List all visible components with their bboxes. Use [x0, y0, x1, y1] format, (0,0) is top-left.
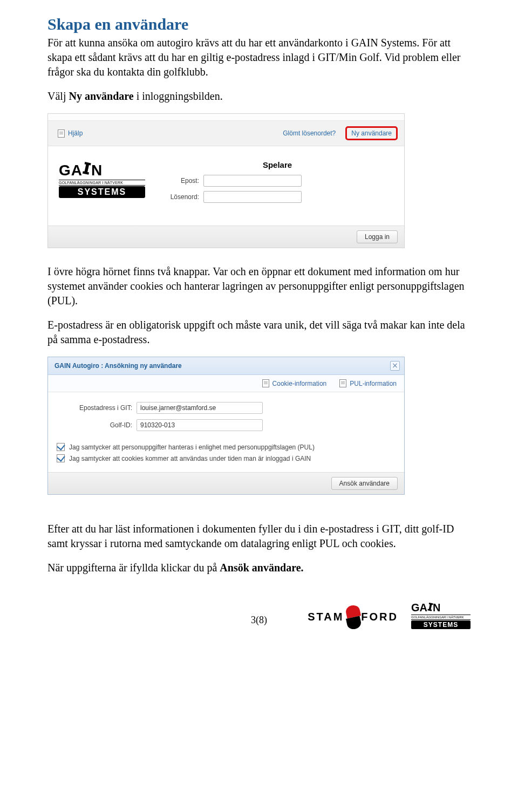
logo-text-ga: GA	[59, 162, 83, 179]
pul-consent-label: Jag samtycker att personuppgifter hanter…	[69, 443, 315, 451]
help-link[interactable]: Hjälp	[68, 129, 83, 137]
intro-paragraph-2: Välj Ny användare i inloggningsbilden.	[47, 89, 471, 104]
page-footer: 3(8) STAM FORD GA𝗜N GOLFANLÄGGNINGAR I N…	[0, 601, 518, 629]
git-email-label: Epostadress i GIT:	[57, 404, 132, 412]
login-button[interactable]: Logga in	[357, 230, 398, 243]
email-input[interactable]	[203, 175, 302, 187]
apply-user-button[interactable]: Ansök användare	[331, 477, 398, 490]
password-label: Lösenord:	[161, 193, 199, 201]
intro-p2-pre: Välj	[47, 90, 69, 102]
login-screenshot: Hjälp Glömt lösenordet? Ny användare GA𝗜…	[47, 113, 405, 248]
cookie-consent-label: Jag samtycker att cookies kommer att anv…	[69, 455, 311, 462]
close-icon[interactable]	[390, 361, 400, 371]
foot-logo-n: N	[433, 602, 440, 613]
pul-info-label: PUL-information	[350, 380, 397, 387]
foot-logo-ga: GA	[411, 602, 427, 613]
after-p2-bold: Ansök användare.	[220, 562, 303, 574]
stamford-s-icon	[344, 604, 363, 629]
document-page: Skapa en användare För att kunna ansöka …	[0, 0, 518, 585]
login-form-title: Spelare	[161, 160, 393, 169]
logo-subtitle: GOLFANLÄGGNINGAR I NÄTVERK	[59, 180, 145, 186]
cookie-info-link[interactable]: Cookie-information	[262, 379, 327, 387]
window-chrome	[48, 114, 404, 121]
intro-paragraph-1: För att kunna ansöka om autogiro krävs a…	[47, 36, 471, 79]
after-paragraph-1: Efter att du har läst informationen i do…	[47, 522, 471, 551]
golf-id-input[interactable]: 910320-013	[137, 419, 263, 431]
mid-paragraph-1: I övre högra hörnet finns två knappar. V…	[47, 264, 471, 308]
after-paragraph-2: När uppgifterna är ifyllda klickar du på…	[47, 561, 471, 575]
dialog-titlebar: GAIN Autogiro : Ansökning ny användare	[48, 357, 404, 375]
dialog-title: GAIN Autogiro : Ansökning ny användare	[54, 362, 182, 370]
page-heading: Skapa en användare	[47, 15, 471, 33]
pul-info-link[interactable]: PUL-information	[339, 379, 397, 387]
mid-paragraph-2: E-postadress är en obligatorisk uppgift …	[47, 318, 471, 347]
cookie-consent-checkbox[interactable]	[57, 454, 65, 462]
new-user-dialog-screenshot: GAIN Autogiro : Ansökning ny användare C…	[47, 357, 405, 495]
password-input[interactable]	[203, 191, 302, 203]
new-user-link-highlighted[interactable]: Ny användare	[345, 126, 398, 140]
gain-logo: GA𝗜N GOLFANLÄGGNINGAR I NÄTVERK SYSTEMS	[59, 160, 145, 198]
forgot-password-link[interactable]: Glömt lösenordet?	[283, 129, 336, 137]
git-email-input[interactable]: louise.jarner@stamford.se	[137, 402, 263, 414]
logo-text-n: N	[91, 162, 103, 179]
logo-systems: SYSTEMS	[59, 186, 145, 198]
golf-id-label: Golf-ID:	[57, 421, 132, 429]
cookie-info-label: Cookie-information	[272, 380, 327, 387]
document-icon	[262, 379, 269, 387]
page-number: 3(8)	[0, 615, 518, 626]
after-p2-pre: När uppgifterna är ifyllda klickar du på	[47, 562, 220, 574]
intro-p2-post: i inloggningsbilden.	[134, 90, 223, 102]
document-icon	[58, 129, 65, 138]
document-icon	[339, 379, 346, 387]
email-label: Epost:	[161, 177, 199, 185]
login-form: Spelare Epost: Lösenord:	[161, 160, 393, 207]
intro-p2-bold: Ny användare	[69, 90, 133, 102]
pul-consent-checkbox[interactable]	[57, 443, 65, 451]
login-linkbar: Hjälp Glömt lösenordet? Ny användare	[48, 121, 404, 146]
